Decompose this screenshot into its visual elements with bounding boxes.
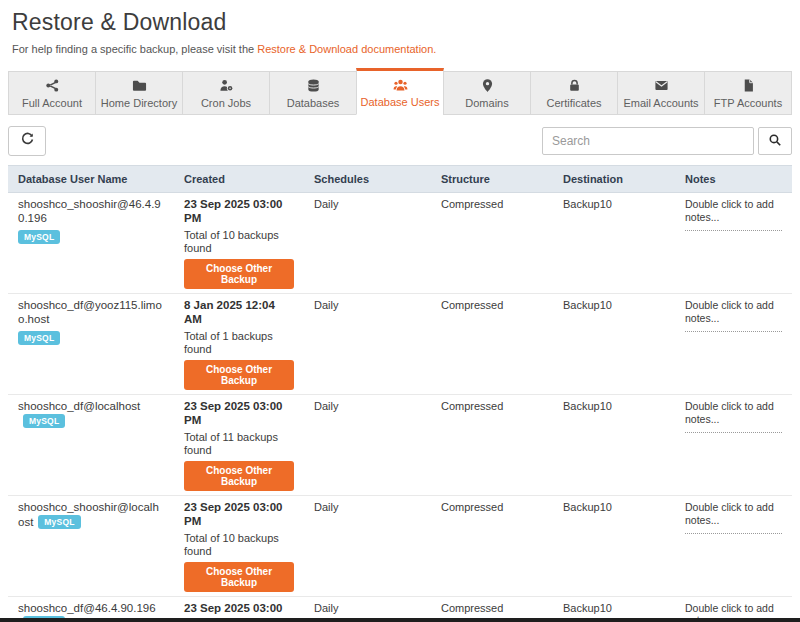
cell-schedules: Daily bbox=[304, 495, 431, 596]
table-row[interactable]: shooshco_df@localhostMySQL 23 Sep 2025 0… bbox=[8, 394, 792, 495]
schedule-value: Daily bbox=[314, 501, 338, 513]
choose-other-backup-button[interactable]: Choose Other Backup bbox=[184, 461, 294, 491]
tab-label: Full Account bbox=[22, 97, 82, 109]
page-header: Restore & Download For help finding a sp… bbox=[0, 0, 800, 55]
tab-database-users[interactable]: Database Users bbox=[356, 68, 444, 115]
cell-user: shooshco_shooshir@localhostMySQL bbox=[8, 495, 174, 596]
cell-notes: Double click to add notes... bbox=[675, 495, 792, 596]
cell-notes: Double click to add notes... bbox=[675, 193, 792, 294]
cell-schedules: Daily bbox=[304, 394, 431, 495]
structure-value: Compressed bbox=[441, 299, 503, 311]
created-date: 8 Jan 2025 12:04 AM bbox=[184, 299, 294, 327]
tab-label: Email Accounts bbox=[623, 97, 698, 109]
tab-label: Home Directory bbox=[101, 97, 177, 109]
col-structure: Structure bbox=[431, 166, 553, 193]
col-notes: Notes bbox=[675, 166, 792, 193]
cell-created: 8 Jan 2025 12:04 AM Total of 1 backups f… bbox=[174, 293, 304, 394]
search-group bbox=[542, 127, 792, 155]
backups-table: Database User Name Created Schedules Str… bbox=[8, 165, 792, 622]
notes-placeholder[interactable]: Double click to add notes... bbox=[685, 400, 782, 433]
tab-label: Databases bbox=[287, 97, 340, 109]
backup-type-tabs: Full Account Home Directory Cron Jobs Da… bbox=[8, 68, 792, 115]
tab-cron-jobs[interactable]: Cron Jobs bbox=[182, 71, 270, 115]
cron-jobs-icon bbox=[219, 78, 234, 94]
backups-found-text: Total of 10 backups found bbox=[184, 229, 294, 255]
mysql-badge: MySQL bbox=[18, 230, 60, 244]
table-body: shooshco_shooshir@46.4.90.196MySQL 23 Se… bbox=[8, 193, 792, 622]
destination-value: Backup10 bbox=[563, 602, 612, 614]
col-destination: Destination bbox=[553, 166, 675, 193]
tab-certificates[interactable]: Certificates bbox=[530, 71, 618, 115]
search-button[interactable] bbox=[758, 127, 792, 155]
full-account-icon bbox=[45, 78, 60, 94]
created-date: 23 Sep 2025 03:00 PM bbox=[184, 501, 294, 529]
cell-notes: Double click to add notes... bbox=[675, 293, 792, 394]
destination-value: Backup10 bbox=[563, 400, 612, 412]
cell-notes: Double click to add notes... bbox=[675, 394, 792, 495]
backups-found-text: Total of 1 backups found bbox=[184, 330, 294, 356]
choose-other-backup-button[interactable]: Choose Other Backup bbox=[184, 562, 294, 592]
search-icon bbox=[768, 133, 782, 150]
tab-ftp-accounts[interactable]: FTP Accounts bbox=[704, 71, 792, 115]
documentation-link[interactable]: Restore & Download documentation. bbox=[257, 43, 436, 55]
cell-destination: Backup10 bbox=[553, 293, 675, 394]
schedule-value: Daily bbox=[314, 400, 338, 412]
databases-icon bbox=[306, 78, 321, 94]
structure-value: Compressed bbox=[441, 198, 503, 210]
created-date: 23 Sep 2025 03:00 PM bbox=[184, 400, 294, 428]
tab-home-directory[interactable]: Home Directory bbox=[95, 71, 183, 115]
table-toolbar bbox=[8, 126, 792, 156]
backups-found-text: Total of 11 backups found bbox=[184, 431, 294, 457]
subtitle-text: For help finding a specific backup, plea… bbox=[12, 43, 257, 55]
restore-download-page: Restore & Download For help finding a sp… bbox=[0, 0, 800, 622]
table-row[interactable]: shooshco_shooshir@46.4.90.196MySQL 23 Se… bbox=[8, 193, 792, 294]
backups-found-text: Total of 10 backups found bbox=[184, 532, 294, 558]
col-schedules: Schedules bbox=[304, 166, 431, 193]
cell-structure: Compressed bbox=[431, 193, 553, 294]
destination-value: Backup10 bbox=[563, 501, 612, 513]
search-input[interactable] bbox=[542, 127, 754, 155]
database-user-name: shooshco_df@46.4.90.196 bbox=[18, 602, 156, 614]
notes-placeholder[interactable]: Double click to add notes... bbox=[685, 198, 782, 231]
cell-created: 23 Sep 2025 03:00 PM Total of 11 backups… bbox=[174, 394, 304, 495]
email-accounts-icon bbox=[654, 78, 669, 94]
col-database-user-name: Database User Name bbox=[8, 166, 174, 193]
domains-icon bbox=[480, 78, 495, 94]
refresh-button[interactable] bbox=[8, 126, 46, 156]
schedule-value: Daily bbox=[314, 602, 338, 614]
tab-full-account[interactable]: Full Account bbox=[8, 71, 96, 115]
structure-value: Compressed bbox=[441, 400, 503, 412]
tab-databases[interactable]: Databases bbox=[269, 71, 357, 115]
structure-value: Compressed bbox=[441, 602, 503, 614]
structure-value: Compressed bbox=[441, 501, 503, 513]
certificates-icon bbox=[567, 78, 582, 94]
col-created: Created bbox=[174, 166, 304, 193]
schedule-value: Daily bbox=[314, 299, 338, 311]
table-row[interactable]: shooshco_df@yooz115.limoo.hostMySQL 8 Ja… bbox=[8, 293, 792, 394]
ftp-accounts-icon bbox=[741, 78, 756, 94]
cell-schedules: Daily bbox=[304, 193, 431, 294]
choose-other-backup-button[interactable]: Choose Other Backup bbox=[184, 360, 294, 390]
cell-destination: Backup10 bbox=[553, 193, 675, 294]
tab-domains[interactable]: Domains bbox=[443, 71, 531, 115]
notes-placeholder[interactable]: Double click to add notes... bbox=[685, 501, 782, 534]
cell-structure: Compressed bbox=[431, 293, 553, 394]
cell-user: shooshco_df@localhostMySQL bbox=[8, 394, 174, 495]
cell-structure: Compressed bbox=[431, 495, 553, 596]
choose-other-backup-button[interactable]: Choose Other Backup bbox=[184, 259, 294, 289]
database-user-name: shooshco_df@yooz115.limoo.host bbox=[18, 299, 164, 327]
notes-placeholder[interactable]: Double click to add notes... bbox=[685, 299, 782, 332]
home-directory-icon bbox=[132, 78, 147, 94]
schedule-value: Daily bbox=[314, 198, 338, 210]
tab-email-accounts[interactable]: Email Accounts bbox=[617, 71, 705, 115]
page-subtitle: For help finding a specific backup, plea… bbox=[12, 43, 788, 55]
database-user-name: shooshco_df@localhost bbox=[18, 400, 140, 412]
refresh-icon bbox=[20, 132, 35, 150]
cell-created: 23 Sep 2025 03:00 PM Total of 10 backups… bbox=[174, 193, 304, 294]
tab-label: Database Users bbox=[361, 96, 440, 108]
database-user-name: shooshco_shooshir@46.4.90.196 bbox=[18, 198, 164, 226]
mysql-badge: MySQL bbox=[23, 414, 65, 428]
mysql-badge: MySQL bbox=[18, 331, 60, 345]
destination-value: Backup10 bbox=[563, 299, 612, 311]
table-row[interactable]: shooshco_shooshir@localhostMySQL 23 Sep … bbox=[8, 495, 792, 596]
